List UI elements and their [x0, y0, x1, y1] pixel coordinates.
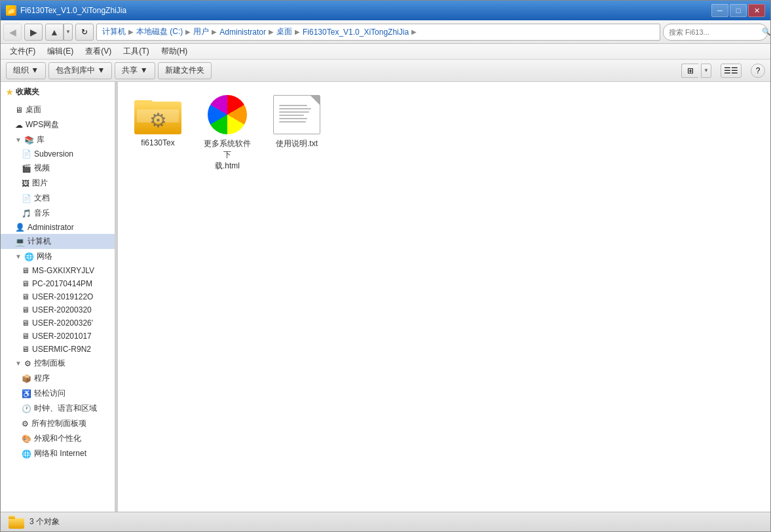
desktop-label: 桌面	[26, 104, 41, 115]
file-item-more-software[interactable]: 更多系统软件下载.html	[198, 92, 257, 174]
pc7-icon: 🖥	[22, 345, 29, 354]
sidebar-item-usermic[interactable]: 🖥 USERMIC-R9N2	[1, 343, 115, 356]
toolbar: 组织 ▼ 包含到库中 ▼ 共享 ▼ 新建文件夹 ⊞ ▼ ☰☰ ?	[1, 60, 770, 82]
sidebar-item-images[interactable]: 🖼 图片	[1, 176, 115, 191]
new-folder-label: 新建文件夹	[165, 65, 204, 76]
sidebar-item-computer[interactable]: 💻 计算机	[1, 234, 115, 249]
search-bar[interactable]: 🔍	[663, 24, 768, 41]
net-internet-label: 网络和 Internet	[34, 448, 86, 459]
file-grid: ⚙ fi6130Tex 更多系统软件下载.html	[128, 92, 760, 174]
sidebar-item-user-20200326[interactable]: 🖥 USER-20200326'	[1, 316, 115, 330]
wps-label: WPS网盘	[26, 119, 59, 130]
controlpanel-label: 控制面板	[34, 358, 66, 369]
window-title: Fi6130Tex_V1.0_XiTongZhiJia	[20, 6, 126, 15]
breadcrumb-users[interactable]: 用户	[193, 26, 209, 37]
pc5-icon: 🖥	[22, 318, 29, 328]
help-button[interactable]: ?	[751, 64, 765, 78]
sidebar-item-library[interactable]: ▼ 📚 库	[1, 132, 115, 147]
pc2-label: PC-20170414PM	[32, 279, 92, 288]
sidebar-item-user-2019[interactable]: 🖥 USER-2019122O	[1, 290, 115, 303]
up-dropdown[interactable]: ▼	[64, 24, 73, 41]
sidebar-item-wps[interactable]: ☁ WPS网盘	[1, 117, 115, 132]
maximize-button[interactable]: □	[730, 4, 747, 17]
music-icon: 🎵	[22, 209, 31, 218]
sidebar-item-music[interactable]: 🎵 音乐	[1, 206, 115, 221]
include-library-button[interactable]: 包含到库中 ▼	[48, 62, 112, 79]
breadcrumb-folder[interactable]: Fi6130Tex_V1.0_XiTongZhiJia	[303, 28, 409, 37]
pc6-icon: 🖥	[22, 332, 29, 341]
music-label: 音乐	[34, 208, 50, 219]
wps-icon: ☁	[15, 121, 23, 130]
search-input[interactable]	[669, 28, 759, 36]
sidebar-item-user-20200320[interactable]: 🖥 USER-20200320	[1, 303, 115, 316]
breadcrumb[interactable]: 计算机 ▶ 本地磁盘 (C:) ▶ 用户 ▶ Administrator ▶ 桌…	[96, 24, 660, 41]
library-icon: 📚	[24, 136, 34, 145]
sidebar-item-administrator[interactable]: 👤 Administrator	[1, 221, 115, 234]
network-icon: 🌐	[24, 252, 34, 261]
organize-button[interactable]: 组织 ▼	[6, 62, 46, 79]
pane-button[interactable]: ☰☰	[721, 64, 742, 78]
menu-edit[interactable]: 编辑(E)	[42, 45, 79, 58]
status-folder-icon	[9, 516, 24, 529]
sidebar-item-user-20201017[interactable]: 🖥 USER-20201017	[1, 330, 115, 343]
programs-icon: 📦	[22, 374, 31, 383]
sidebar-item-network-internet[interactable]: 🌐 网络和 Internet	[1, 446, 115, 461]
images-icon: 🖼	[22, 179, 29, 188]
close-button[interactable]: ✕	[748, 4, 765, 17]
sidebar-item-appearance[interactable]: 🎨 外观和个性化	[1, 431, 115, 446]
breadcrumb-admin[interactable]: Administrator	[219, 28, 266, 37]
favorites-label: 收藏夹	[16, 86, 39, 98]
new-folder-button[interactable]: 新建文件夹	[158, 62, 212, 79]
back-button[interactable]: ◀	[3, 24, 22, 41]
appearance-icon: 🎨	[22, 434, 31, 444]
sidebar-item-subversion[interactable]: 📄 Subversion	[1, 147, 115, 161]
share-button[interactable]: 共享 ▼	[115, 62, 155, 79]
sidebar-item-desktop[interactable]: 🖥 桌面	[1, 102, 115, 117]
menu-view[interactable]: 查看(V)	[80, 45, 117, 58]
main-area: ★ 收藏夹 🖥 桌面 ☁ WPS网盘 ▼ 📚 库 📄	[1, 82, 770, 512]
pc4-label: USER-20200320	[32, 305, 92, 314]
nav-bar: ◀ ▶ ▲ ▼ ↻ 计算机 ▶ 本地磁盘 (C:) ▶ 用户 ▶ Adminis…	[1, 20, 770, 44]
pc1-icon: 🖥	[22, 266, 29, 275]
sidebar-item-network[interactable]: ▼ 🌐 网络	[1, 249, 115, 264]
net-internet-icon: 🌐	[22, 449, 31, 459]
sidebar-item-all-panel[interactable]: ⚙ 所有控制面板项	[1, 416, 115, 431]
sidebar-item-video[interactable]: 🎬 视频	[1, 161, 115, 176]
menu-help[interactable]: 帮助(H)	[156, 45, 193, 58]
menu-tools[interactable]: 工具(T)	[118, 45, 154, 58]
sidebar-item-programs[interactable]: 📦 程序	[1, 371, 115, 386]
allpanel-icon: ⚙	[22, 419, 29, 428]
forward-button[interactable]: ▶	[24, 24, 43, 41]
star-icon: ★	[6, 88, 13, 97]
sidebar-item-pc-2017[interactable]: 🖥 PC-20170414PM	[1, 277, 115, 290]
file-item-fi6130tex[interactable]: ⚙ fi6130Tex	[128, 92, 187, 174]
breadcrumb-drive[interactable]: 本地磁盘 (C:)	[136, 26, 183, 37]
status-bar: 3 个对象	[1, 512, 770, 531]
title-bar-left: 📁 Fi6130Tex_V1.0_XiTongZhiJia	[6, 5, 126, 16]
sidebar-item-clock[interactable]: 🕐 时钟、语言和区域	[1, 401, 115, 416]
refresh-button[interactable]: ↻	[75, 24, 94, 41]
sidebar-item-ms-gx[interactable]: 🖥 MS-GXKIXRYJLV	[1, 264, 115, 277]
pc6-label: USER-20201017	[32, 332, 92, 341]
txt-icon	[273, 95, 320, 134]
administrator-icon: 👤	[15, 223, 25, 232]
computer-label: 计算机	[28, 236, 51, 247]
library-expand-icon: ▼	[15, 136, 22, 143]
breadcrumb-desktop[interactable]: 桌面	[276, 26, 292, 37]
sidebar-item-documents[interactable]: 📄 文档	[1, 191, 115, 206]
breadcrumb-computer[interactable]: 计算机	[102, 26, 126, 37]
pc3-icon: 🖥	[22, 292, 29, 301]
search-icon: 🔍	[762, 28, 771, 36]
up-button[interactable]: ▲	[45, 24, 64, 41]
minimize-button[interactable]: ─	[711, 4, 728, 17]
sidebar-item-controlpanel[interactable]: ▼ ⚙ 控制面板	[1, 356, 115, 371]
view-icon-button[interactable]: ⊞	[681, 64, 698, 78]
folder-icon-fi6130tex: ⚙	[134, 95, 181, 134]
view-dropdown-button[interactable]: ▼	[701, 64, 711, 78]
images-label: 图片	[32, 178, 48, 189]
sidebar-item-accessibility[interactable]: ♿ 轻松访问	[1, 386, 115, 401]
menu-file[interactable]: 文件(F)	[5, 45, 41, 58]
file-item-readme[interactable]: 使用说明.txt	[267, 92, 326, 174]
sidebar-header-favorites[interactable]: ★ 收藏夹	[1, 85, 115, 100]
organize-label: 组织 ▼	[13, 65, 39, 76]
